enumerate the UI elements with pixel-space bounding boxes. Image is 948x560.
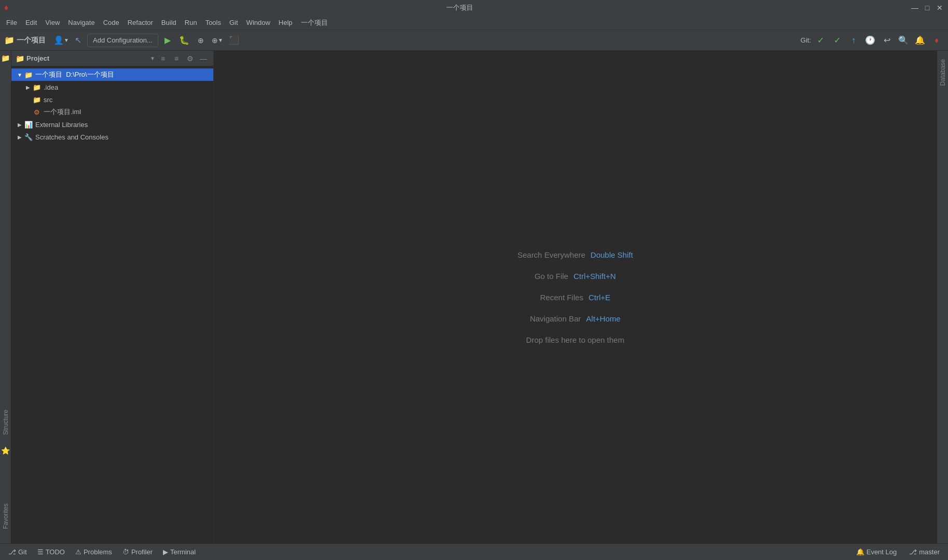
hint-goto-file: Go to File Ctrl+Shift+N [534,272,616,281]
profiler-status-tab[interactable]: ⏱ Profiler [118,545,157,559]
menu-window[interactable]: Window [242,18,274,27]
menu-refactor[interactable]: Refactor [123,18,157,27]
close-button[interactable]: ✕ [936,4,944,12]
debug-button[interactable]: 🐛 [177,33,191,48]
iml-file-icon: ⚙ [32,107,42,117]
hint-navigation-bar: Navigation Bar Alt+Home [530,314,621,323]
todo-tab-icon: ☰ [37,548,44,556]
menu-build[interactable]: Build [157,18,181,27]
search-button[interactable]: 🔍 [896,33,911,48]
add-configuration-button[interactable]: Add Configuration... [87,34,158,47]
notifications-button[interactable]: 🔔 [913,33,927,48]
tree-item-src[interactable]: 📁 src [11,93,213,106]
notification-icon: 🔔 [915,35,925,45]
maximize-button[interactable]: □ [923,4,931,12]
toolbar: 📁 一个项目 👤 ▼ ↖ Add Configuration... ▶ 🐛 ⊕ … [0,30,948,51]
extlibs-arrow-icon: ▶ [16,120,24,129]
stop-button[interactable]: ⬛ [227,33,241,48]
hint-drop-files: Drop files here to open them [526,335,624,344]
menu-help[interactable]: Help [274,18,297,27]
hint-recent-files: Recent Files Ctrl+E [540,293,610,302]
git-check2-icon: ✓ [834,35,841,45]
structure-tab[interactable]: Structure [1,405,10,439]
menu-file[interactable]: File [2,18,21,27]
git-check1-button[interactable]: ✓ [813,33,828,48]
panel-settings-button[interactable]: ⚙ [184,53,196,64]
tree-item-idea[interactable]: ▶ 📁 .idea [11,81,213,93]
iml-label: 一个项目.iml [44,107,81,117]
src-arrow-icon [24,95,32,104]
tree-item-scratches[interactable]: ▶ 🔧 Scratches and Consoles [11,131,213,143]
tree-item-extlibs[interactable]: ▶ 📊 External Libraries [11,118,213,131]
event-log-label: Event Log [867,548,897,556]
git-tab-label: Git [18,548,27,556]
menu-code[interactable]: Code [99,18,123,27]
git-undo-button[interactable]: ↩ [880,33,894,48]
bookmarks-icon[interactable]: ⭐ [1,445,11,456]
menu-tools[interactable]: Tools [201,18,225,27]
left-tab-project-icon[interactable]: 📁 [1,53,11,63]
person-icon: 👤 [53,35,64,45]
tree-item-iml[interactable]: ⚙ 一个项目.iml [11,106,213,118]
menu-git[interactable]: Git [225,18,242,27]
hint-nav-shortcut: Alt+Home [586,314,621,323]
git-branch-button[interactable]: ⎇ master [905,545,944,559]
root-folder-icon: 📁 [24,70,33,79]
problems-tab-label: Problems [84,548,112,556]
coverage-button[interactable]: ⊕ [194,33,208,48]
hint-search-shortcut: Double Shift [590,250,633,259]
run-button[interactable]: ▶ [160,33,175,48]
git-push-button[interactable]: ↑ [846,33,861,48]
right-sidebar: Database [937,51,948,543]
terminal-status-tab[interactable]: ▶ Terminal [159,545,200,559]
profile-icon: ⊕ [212,36,218,45]
panel-close-button[interactable]: — [198,53,209,64]
hint-search-everywhere: Search Everywhere Double Shift [517,250,633,259]
event-log-button[interactable]: 🔔 Event Log [852,545,901,559]
menu-edit[interactable]: Edit [21,18,41,27]
hint-nav-label: Navigation Bar [530,314,581,323]
title-bar-left: ♦ [4,3,8,12]
git-status-tab[interactable]: ⎇ Git [4,545,31,559]
todo-status-tab[interactable]: ☰ TODO [33,545,69,559]
status-bar: ⎇ Git ☰ TODO ⚠ Problems ⏱ Profiler ▶ Ter… [0,543,948,560]
menu-project-name[interactable]: 一个项目 [297,17,332,29]
panel-header: 📁 Project ▼ ≡ ≡ ⚙ — [11,51,213,66]
panel-collapse-all-button[interactable]: ≡ [157,53,169,64]
window-title: 一个项目 [446,4,473,11]
panel-expand-button[interactable]: ≡ [171,53,182,64]
undo-icon: ↩ [884,35,890,45]
title-bar-right: — □ ✕ [911,4,944,12]
toolbar-arrow-button[interactable]: ↖ [71,33,85,48]
src-label: src [44,96,52,104]
help-button[interactable]: ♦ [929,33,944,48]
panel-folder-icon: 📁 [16,54,24,63]
idea-folder-icon: 📁 [32,82,42,92]
hint-goto-shortcut: Ctrl+Shift+N [573,272,616,281]
problems-status-tab[interactable]: ⚠ Problems [71,545,116,559]
terminal-tab-icon: ▶ [163,548,168,556]
menu-navigate[interactable]: Navigate [64,18,99,27]
git-label: Git: [801,36,811,44]
profile-button[interactable]: ⊕ ▼ [210,33,225,48]
minimize-button[interactable]: — [911,4,919,12]
toolbar-person-button[interactable]: 👤 ▼ [54,33,68,48]
folder-icon: 📁 [1,54,10,62]
left-vertical-tabs: 📁 Structure ⭐ Favorites [0,51,11,543]
git-tab-icon: ⎇ [8,548,16,556]
favorites-tab[interactable]: Favorites [1,499,10,533]
editor-area: Search Everywhere Double Shift Go to Fil… [214,51,937,543]
git-check2-button[interactable]: ✓ [830,33,844,48]
tree-root-item[interactable]: ▼ 📁 一个项目 D:\Pro\一个项目 [11,68,213,81]
database-tab[interactable]: Database [938,55,947,90]
scratches-icon: 🔧 [24,132,33,142]
menu-view[interactable]: View [41,18,64,27]
root-arrow-icon: ▼ [16,71,24,79]
profiler-tab-label: Profiler [131,548,153,556]
extlibs-icon: 📊 [24,120,33,129]
menu-run[interactable]: Run [181,18,201,27]
profiler-tab-icon: ⏱ [122,548,129,556]
title-bar: ♦ 一个项目 — □ ✕ [0,0,948,16]
src-folder-icon: 📁 [32,95,42,104]
git-clock-button[interactable]: 🕐 [863,33,877,48]
